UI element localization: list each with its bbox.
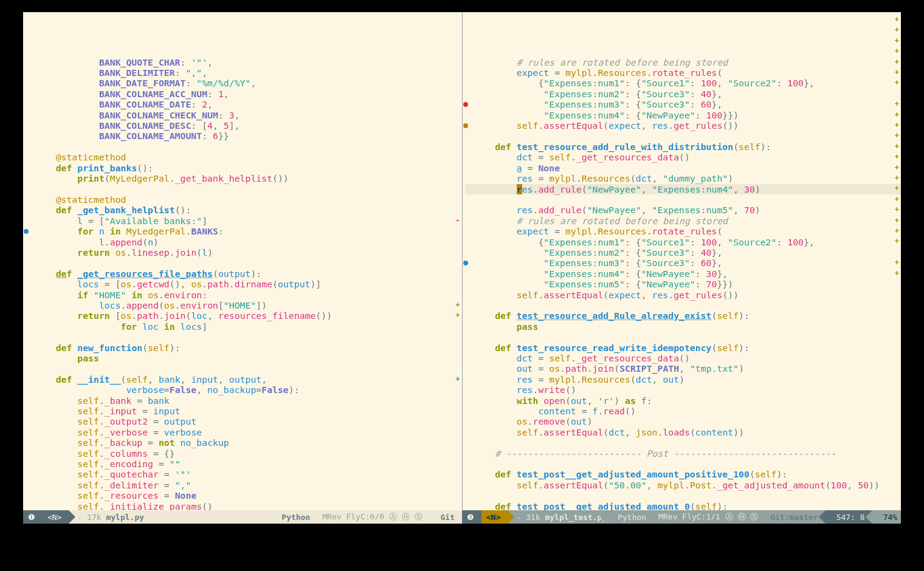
major-mode: Python [618, 513, 646, 522]
window-number: ❶ [23, 510, 43, 524]
window-number: ❷ [462, 510, 481, 524]
left-fringe [23, 12, 32, 510]
buffer-name: mylpl.py [106, 513, 144, 522]
left-code-area[interactable]: -+++ BANK_QUOTE_CHAR: '"', BANK_DELIMITE… [23, 12, 462, 510]
left-code[interactable]: BANK_QUOTE_CHAR: '"', BANK_DELIMITER: ",… [34, 57, 462, 510]
evil-state: <N> [481, 510, 508, 524]
evil-state: <N> [43, 510, 69, 524]
major-mode: Python [281, 513, 310, 522]
vc-segment: Git:master [765, 510, 825, 524]
modeline-left[interactable]: ❶ <N> - 17k mylpl.py Python MRev FlyC:0/… [23, 510, 462, 524]
right-pane[interactable]: +++++++++++++++++++++++ # rules are rota… [462, 12, 902, 510]
emacs-frame: -+++ BANK_QUOTE_CHAR: '"', BANK_DELIMITE… [23, 12, 901, 524]
modelines: ❶ <N> - 17k mylpl.py Python MRev FlyC:0/… [23, 510, 901, 524]
modeline-right[interactable]: ❷ <N> - 31k mylpl_test.py Python MRev Fl… [462, 510, 901, 524]
editor-split: -+++ BANK_QUOTE_CHAR: '"', BANK_DELIMITE… [23, 12, 901, 510]
right-fringe [463, 12, 471, 510]
buffer-size: - 17k [77, 513, 101, 522]
left-diff-fringe: -+++ [453, 12, 462, 510]
minor-modes: MRev FlyC:0/0 Ⓐ Ⓗ Ⓢ [322, 511, 422, 522]
right-code-area[interactable]: +++++++++++++++++++++++ # rules are rota… [463, 12, 902, 510]
right-diff-fringe: +++++++++++++++++++++++ [892, 12, 901, 510]
left-pane[interactable]: -+++ BANK_QUOTE_CHAR: '"', BANK_DELIMITE… [23, 12, 462, 510]
buffer-name: mylpl_test.py [545, 513, 607, 522]
right-code[interactable]: # rules are rotated before being stored … [474, 57, 902, 510]
scroll-percent: 74% [872, 510, 901, 524]
vc-segment: Git [430, 510, 462, 524]
buffer-size: - 31k [516, 513, 540, 522]
minor-modes: MRev FlyC:1/1 Ⓐ Ⓗ Ⓢ [658, 511, 758, 522]
